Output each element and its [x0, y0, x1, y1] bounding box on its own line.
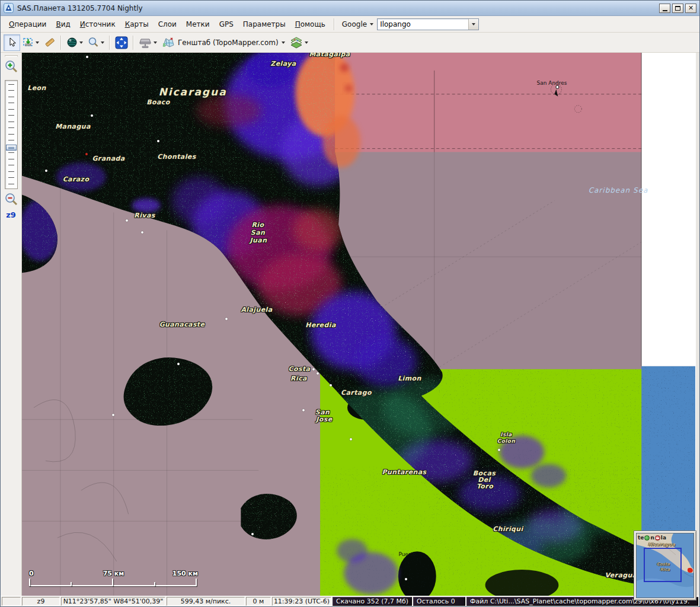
window-title: SAS.Планета 131205.7704 Nightly — [17, 4, 143, 12]
map-label: Jose — [316, 416, 332, 423]
zoom-slider[interactable] — [5, 80, 18, 189]
status-remaining: Осталось 0 — [413, 597, 465, 606]
menu-item-3[interactable]: Карты — [120, 18, 154, 31]
map-marker — [177, 363, 180, 365]
chevron-down-icon — [370, 23, 373, 25]
selection-rect-icon — [23, 37, 34, 48]
minimize-button[interactable] — [659, 4, 670, 13]
status-coordinates: N11°23'57,85" W84°51'00,39" — [61, 597, 165, 606]
map-label: Isla — [500, 432, 512, 437]
zoom-tool-button[interactable] — [85, 34, 107, 51]
search-combobox — [377, 18, 479, 30]
map-marker — [157, 140, 159, 142]
ruler-icon — [44, 37, 56, 48]
title-bar[interactable]: SAS.Планета 131205.7704 Nightly ✕ — [1, 1, 699, 16]
map-marker — [45, 170, 47, 172]
map-label: Cartago — [341, 389, 372, 397]
menu-item-2[interactable]: Источник — [75, 18, 120, 31]
menu-separator — [334, 18, 335, 30]
search-provider-button[interactable]: Google — [338, 18, 377, 31]
minimap-panel[interactable]: NicaraguaCostaRica te n la — [634, 531, 696, 600]
zoom-slider-ticks — [8, 84, 14, 185]
menu-item-1[interactable]: Вид — [51, 18, 75, 31]
status-zoom: z9 — [22, 597, 60, 606]
app-window: SAS.Планета 131205.7704 Nightly ✕ Операц… — [0, 0, 700, 607]
map-marker — [225, 318, 228, 320]
maximize-button[interactable] — [672, 4, 683, 13]
minimap-text-fragment: n — [650, 535, 654, 541]
scale-tick — [112, 579, 113, 586]
menu-bar: ОперацииВидИсточникКартыСлоиМеткиGPSПара… — [1, 16, 699, 33]
fullscreen-button[interactable] — [113, 34, 130, 51]
map-label: Colon — [497, 438, 515, 444]
map-label: Leon — [27, 84, 46, 92]
minimap-corner-items: te n la — [638, 535, 666, 541]
menu-items: ОперацииВидИсточникКартыСлоиМеткиGPSПара… — [4, 18, 330, 31]
map-label: Heredia — [305, 321, 335, 329]
download-manager-button[interactable] — [136, 34, 159, 51]
search-provider-label: Google — [342, 20, 367, 28]
zoom-panel: z9 — [1, 53, 22, 596]
globe-source-button[interactable] — [64, 34, 85, 51]
pan-cursor-button[interactable] — [4, 34, 20, 51]
scale-label-start: 0 — [29, 570, 34, 577]
close-icon: ✕ — [688, 5, 693, 11]
map-icon — [162, 37, 175, 49]
map-label: Granada — [92, 155, 124, 162]
toolbar-separator — [60, 36, 62, 50]
map-marker — [112, 414, 114, 416]
search-dropdown-button[interactable] — [468, 19, 478, 30]
menu-item-4[interactable]: Слои — [154, 18, 181, 31]
main-toolbar: Генштаб (TopoMapper.com) — [1, 33, 699, 53]
status-resolution: 599,43 м/пикс. — [167, 597, 245, 606]
map-marker — [350, 438, 352, 440]
scale-tick — [196, 579, 197, 586]
map-label: Chiriqui — [493, 525, 523, 533]
panel-grip[interactable] — [5, 55, 18, 57]
cursor-icon — [7, 37, 17, 47]
minimap-text-fragment: la — [661, 535, 666, 541]
zoom-level-label: z9 — [6, 210, 16, 219]
map-label: Chontales — [157, 153, 196, 161]
menu-item-7[interactable]: Параметры — [238, 18, 290, 31]
map-marker — [141, 231, 143, 234]
zoom-out-icon[interactable] — [4, 193, 18, 207]
map-marker — [330, 384, 332, 386]
scale-label-end: 150 км — [172, 570, 198, 577]
chevron-down-icon — [36, 41, 39, 44]
map-marker — [302, 409, 305, 411]
minimap-label: Nicaragua — [648, 542, 675, 547]
map-label: San Andres — [536, 80, 567, 86]
ruler-button[interactable] — [41, 34, 58, 51]
search-input[interactable] — [378, 20, 468, 28]
chevron-down-icon — [79, 41, 83, 44]
map-canvas — [22, 53, 695, 596]
layers-button[interactable] — [287, 34, 311, 51]
content-row: z9 — [1, 53, 699, 596]
fullscreen-icon — [115, 36, 128, 49]
minimap-map[interactable]: NicaraguaCostaRica te n la — [636, 533, 694, 598]
map-label: Managua — [55, 123, 91, 130]
menu-item-5[interactable]: Метки — [181, 18, 215, 31]
map-label: Guanacaste — [159, 321, 205, 328]
map-marker — [498, 449, 500, 451]
zoom-slider-handle[interactable] — [6, 145, 17, 151]
scale-tick — [29, 579, 30, 586]
menu-item-6[interactable]: GPS — [215, 18, 238, 31]
selection-download-button[interactable] — [20, 34, 41, 51]
map-source-button[interactable]: Генштаб (TopoMapper.com) — [159, 34, 287, 51]
close-button[interactable]: ✕ — [685, 4, 696, 13]
minimap-red-marker — [688, 568, 693, 573]
map-marker — [251, 533, 254, 535]
menu-item-8[interactable]: Помощь — [290, 18, 330, 31]
map-marker — [86, 56, 88, 58]
zoom-in-icon[interactable] — [4, 60, 18, 74]
chevron-down-icon — [472, 23, 475, 25]
map-label: Boaco — [146, 98, 170, 106]
map-marker — [405, 578, 407, 580]
map-label: San — [251, 229, 265, 237]
menu-item-0[interactable]: Операции — [4, 18, 51, 31]
map-viewport[interactable]: MatagalpaZelayaLeonNicaraguaBoacoManagua… — [22, 53, 695, 596]
map-label: Nicaragua — [158, 86, 226, 98]
scale-tick — [71, 582, 72, 586]
